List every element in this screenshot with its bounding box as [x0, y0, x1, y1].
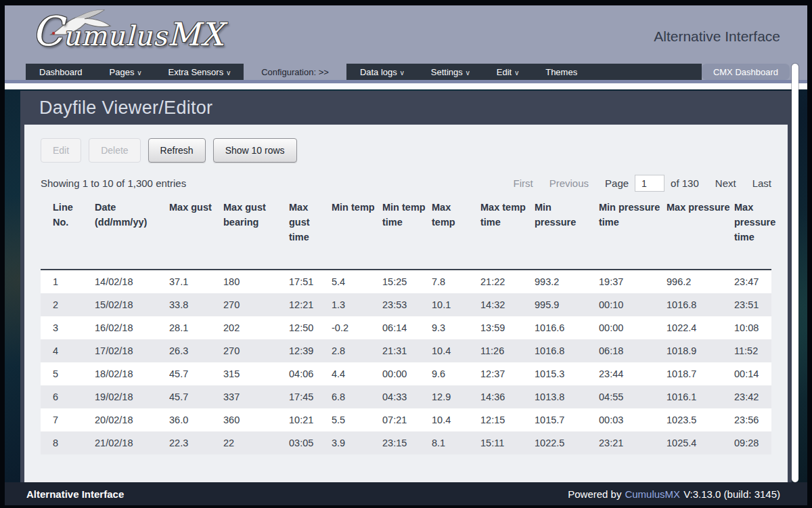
table-cell: 19/02/18 — [95, 385, 169, 408]
table-cell: 17/02/18 — [95, 339, 169, 362]
table-cell: 11:52 — [734, 339, 771, 362]
table-cell: 23:21 — [599, 431, 667, 454]
nav-item-extra-sensors[interactable]: Extra Sensors v — [154, 64, 244, 80]
column-header: Line No. — [41, 200, 95, 270]
table-row[interactable]: 417/02/1826.327012:392.821:3110.411:2610… — [41, 339, 771, 362]
column-header: Max gust bearing — [223, 200, 289, 270]
table-cell: 00:00 — [599, 316, 667, 339]
nav-label: Data logs — [360, 67, 397, 77]
table-cell: 7.8 — [432, 270, 480, 293]
table-cell: 14/02/18 — [95, 270, 169, 293]
table-cell: 5.4 — [332, 270, 382, 293]
page-number-input[interactable] — [635, 175, 664, 192]
table-cell: 1016.6 — [535, 316, 599, 339]
table-row[interactable]: 720/02/1836.036010:215.507:2110.412:1510… — [41, 408, 771, 431]
table-row[interactable]: 316/02/1828.120212:50-0.206:149.313:5910… — [41, 316, 771, 339]
main-content: Dayfile Viewer/Editor Edit Delete Refres… — [5, 89, 807, 482]
nav-item-dashboard[interactable]: Dashboard — [26, 64, 96, 80]
last-page-button[interactable]: Last — [752, 177, 771, 189]
table-cell: 3 — [41, 316, 95, 339]
table-cell: 12:21 — [289, 293, 332, 316]
nav-item-settings[interactable]: Settings v — [418, 64, 483, 80]
table-row[interactable]: 114/02/1837.118017:515.415:257.821:22993… — [41, 270, 771, 293]
table-cell: 00:10 — [599, 293, 667, 316]
table-cell: 21:31 — [382, 339, 432, 362]
pagination: First Previous Page of 130 Next Last — [514, 175, 772, 192]
nav-item-themes[interactable]: Themes — [532, 64, 591, 80]
table-row[interactable]: 518/02/1845.731504:064.400:009.612:37101… — [41, 362, 771, 385]
cumulusmx-logo[interactable]: C umulus MX — [32, 11, 224, 53]
nav-bar: Dashboard Pages v Extra Sensors v Config… — [26, 64, 702, 80]
table-cell: 8.1 — [432, 431, 480, 454]
page-count-label: of 130 — [671, 177, 699, 189]
table-cell: 09:28 — [734, 431, 771, 454]
table-cell: 2.8 — [332, 339, 382, 362]
table-cell: 17:45 — [289, 385, 332, 408]
table-cell: 1023.5 — [667, 408, 734, 431]
table-cell: 04:33 — [382, 385, 432, 408]
table-cell: 3.9 — [332, 431, 382, 454]
table-cell: 4 — [41, 339, 95, 362]
column-header: Max pressure — [667, 200, 734, 270]
table-cell: 06:18 — [599, 339, 667, 362]
table-cell: 33.8 — [169, 293, 223, 316]
nav-label: Extra Sensors — [168, 67, 223, 77]
nav-item-data-logs[interactable]: Data logs v — [346, 64, 418, 80]
scrollbar[interactable] — [792, 64, 798, 482]
logo-text: MX — [167, 16, 224, 53]
table-cell: 03:05 — [289, 431, 332, 454]
table-cell: 16/02/18 — [95, 316, 169, 339]
table-cell: 1 — [41, 270, 95, 293]
edit-button[interactable]: Edit — [41, 138, 81, 163]
table-cell: 1016.1 — [667, 385, 734, 408]
table-cell: -0.2 — [332, 316, 382, 339]
table-row[interactable]: 215/02/1833.827012:211.323:5310.114:3299… — [41, 293, 771, 316]
table-cell: 2 — [41, 293, 95, 316]
nav-label: Edit — [497, 67, 512, 77]
table-row[interactable]: 821/02/1822.32203:053.923:158.115:111022… — [41, 431, 771, 454]
chevron-down-icon: v — [137, 69, 141, 77]
table-cell: 993.2 — [535, 270, 599, 293]
first-page-button[interactable]: First — [514, 177, 533, 189]
nav-item-edit[interactable]: Edit v — [483, 64, 532, 80]
table-cell: 5 — [41, 362, 95, 385]
next-page-button[interactable]: Next — [715, 177, 736, 189]
refresh-button[interactable]: Refresh — [148, 138, 206, 163]
table-cell: 10:08 — [734, 316, 771, 339]
table-cell: 22.3 — [169, 431, 223, 454]
table-cell: 1016.8 — [667, 293, 734, 316]
table-cell: 12:50 — [289, 316, 332, 339]
cmx-dashboard-button[interactable]: CMX Dashboard — [702, 64, 790, 80]
column-header: Min temp — [332, 200, 382, 270]
previous-page-button[interactable]: Previous — [549, 177, 589, 189]
table-cell: 7 — [41, 408, 95, 431]
dayfile-panel: Edit Delete Refresh Show 10 rows Showing… — [24, 125, 788, 482]
table-cell: 04:06 — [289, 362, 332, 385]
table-cell: 45.7 — [169, 385, 223, 408]
column-header: Max temp time — [480, 200, 535, 270]
main-navigation: Dashboard Pages v Extra Sensors v Config… — [5, 64, 807, 80]
delete-button[interactable]: Delete — [89, 138, 140, 163]
table-row[interactable]: 619/02/1845.733717:456.804:3312.914:3610… — [41, 385, 771, 408]
cumulusmx-link[interactable]: CumulusMX — [625, 488, 680, 500]
column-header: Date (dd/mm/yy) — [95, 200, 169, 270]
table-cell: 00:00 — [382, 362, 432, 385]
table-cell: 1.3 — [332, 293, 382, 316]
table-cell: 00:03 — [599, 408, 667, 431]
table-cell: 12:39 — [289, 339, 332, 362]
table-cell: 18/02/18 — [95, 362, 169, 385]
table-cell: 20/02/18 — [95, 408, 169, 431]
column-header: Min pressure time — [599, 200, 667, 270]
nav-item-pages[interactable]: Pages v — [96, 64, 155, 80]
dayfile-card: Dayfile Viewer/Editor Edit Delete Refres… — [20, 91, 792, 482]
table-header-row: Line No.Date (dd/mm/yy)Max gustMax gust … — [41, 200, 771, 270]
column-header: Max temp — [432, 200, 480, 270]
table-cell: 45.7 — [169, 362, 223, 385]
show-rows-button[interactable]: Show 10 rows — [213, 138, 297, 163]
table-cell: 10.4 — [432, 339, 480, 362]
table-cell: 5.5 — [332, 408, 382, 431]
chevron-down-icon: v — [401, 69, 404, 77]
table-cell: 00:14 — [734, 362, 771, 385]
nav-label: Dashboard — [39, 67, 83, 77]
table-cell: 06:14 — [382, 316, 432, 339]
